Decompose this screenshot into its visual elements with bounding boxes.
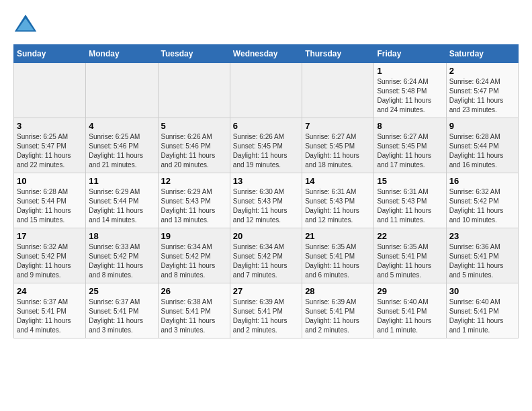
calendar-cell: 13Sunrise: 6:30 AM Sunset: 5:43 PM Dayli…	[230, 173, 302, 228]
day-number: 20	[233, 231, 299, 241]
day-number: 4	[89, 121, 154, 131]
day-number: 23	[449, 231, 515, 241]
day-info: Sunrise: 6:27 AM Sunset: 5:45 PM Dayligh…	[305, 132, 371, 170]
calendar-cell: 22Sunrise: 6:35 AM Sunset: 5:41 PM Dayli…	[374, 228, 446, 283]
calendar-cell: 7Sunrise: 6:27 AM Sunset: 5:45 PM Daylig…	[302, 118, 374, 173]
day-number: 21	[305, 231, 371, 241]
day-header-sunday: Sunday	[14, 45, 86, 63]
day-number: 17	[17, 231, 83, 241]
day-info: Sunrise: 6:34 AM Sunset: 5:42 PM Dayligh…	[161, 242, 227, 280]
day-number: 25	[89, 286, 154, 296]
day-number: 1	[377, 66, 443, 76]
day-info: Sunrise: 6:32 AM Sunset: 5:42 PM Dayligh…	[17, 242, 83, 280]
day-number: 9	[449, 121, 515, 131]
day-number: 26	[161, 286, 227, 296]
day-info: Sunrise: 6:30 AM Sunset: 5:43 PM Dayligh…	[233, 187, 299, 225]
calendar-cell: 17Sunrise: 6:32 AM Sunset: 5:42 PM Dayli…	[14, 228, 86, 283]
day-number: 6	[233, 121, 299, 131]
day-info: Sunrise: 6:32 AM Sunset: 5:42 PM Dayligh…	[449, 187, 515, 225]
day-info: Sunrise: 6:33 AM Sunset: 5:42 PM Dayligh…	[89, 242, 154, 280]
calendar-cell	[158, 63, 230, 118]
day-info: Sunrise: 6:35 AM Sunset: 5:41 PM Dayligh…	[377, 242, 443, 280]
day-info: Sunrise: 6:40 AM Sunset: 5:41 PM Dayligh…	[377, 298, 443, 335]
day-number: 24	[17, 286, 83, 296]
day-info: Sunrise: 6:38 AM Sunset: 5:41 PM Dayligh…	[161, 298, 227, 335]
calendar-cell	[302, 63, 374, 118]
calendar-cell	[14, 63, 86, 118]
day-number: 10	[17, 176, 83, 186]
day-info: Sunrise: 6:39 AM Sunset: 5:41 PM Dayligh…	[305, 298, 371, 335]
calendar-cell: 25Sunrise: 6:37 AM Sunset: 5:41 PM Dayli…	[86, 283, 158, 338]
day-info: Sunrise: 6:37 AM Sunset: 5:41 PM Dayligh…	[17, 298, 83, 335]
calendar-cell: 11Sunrise: 6:29 AM Sunset: 5:44 PM Dayli…	[86, 173, 158, 228]
calendar-cell: 16Sunrise: 6:32 AM Sunset: 5:42 PM Dayli…	[446, 173, 518, 228]
day-info: Sunrise: 6:29 AM Sunset: 5:43 PM Dayligh…	[161, 187, 227, 225]
day-info: Sunrise: 6:25 AM Sunset: 5:47 PM Dayligh…	[17, 132, 83, 170]
calendar-cell: 3Sunrise: 6:25 AM Sunset: 5:47 PM Daylig…	[14, 118, 86, 173]
logo-icon	[13, 13, 38, 38]
calendar-cell: 6Sunrise: 6:26 AM Sunset: 5:45 PM Daylig…	[230, 118, 302, 173]
calendar-body: 1Sunrise: 6:24 AM Sunset: 5:48 PM Daylig…	[14, 63, 519, 338]
day-number: 15	[377, 176, 443, 186]
day-number: 13	[233, 176, 299, 186]
day-number: 3	[17, 121, 83, 131]
day-info: Sunrise: 6:25 AM Sunset: 5:46 PM Dayligh…	[89, 132, 154, 170]
calendar-cell: 18Sunrise: 6:33 AM Sunset: 5:42 PM Dayli…	[86, 228, 158, 283]
day-number: 28	[305, 286, 371, 296]
calendar-cell: 20Sunrise: 6:34 AM Sunset: 5:42 PM Dayli…	[230, 228, 302, 283]
day-info: Sunrise: 6:40 AM Sunset: 5:41 PM Dayligh…	[449, 298, 515, 335]
calendar-cell: 4Sunrise: 6:25 AM Sunset: 5:46 PM Daylig…	[86, 118, 158, 173]
day-header-monday: Monday	[86, 45, 158, 63]
day-number: 19	[161, 231, 227, 241]
day-info: Sunrise: 6:27 AM Sunset: 5:45 PM Dayligh…	[377, 132, 443, 170]
day-info: Sunrise: 6:24 AM Sunset: 5:48 PM Dayligh…	[377, 77, 443, 115]
day-info: Sunrise: 6:34 AM Sunset: 5:42 PM Dayligh…	[233, 242, 299, 280]
day-number: 11	[89, 176, 154, 186]
page-header	[13, 13, 519, 38]
calendar-cell: 1Sunrise: 6:24 AM Sunset: 5:48 PM Daylig…	[374, 63, 446, 118]
calendar-week-4: 17Sunrise: 6:32 AM Sunset: 5:42 PM Dayli…	[14, 228, 519, 283]
day-info: Sunrise: 6:31 AM Sunset: 5:43 PM Dayligh…	[305, 187, 371, 225]
calendar-cell: 9Sunrise: 6:28 AM Sunset: 5:44 PM Daylig…	[446, 118, 518, 173]
day-number: 7	[305, 121, 371, 131]
calendar-cell: 28Sunrise: 6:39 AM Sunset: 5:41 PM Dayli…	[302, 283, 374, 338]
calendar-cell: 8Sunrise: 6:27 AM Sunset: 5:45 PM Daylig…	[374, 118, 446, 173]
day-number: 2	[449, 66, 515, 76]
day-number: 8	[377, 121, 443, 131]
calendar-header: SundayMondayTuesdayWednesdayThursdayFrid…	[14, 45, 519, 63]
day-info: Sunrise: 6:26 AM Sunset: 5:45 PM Dayligh…	[233, 132, 299, 170]
day-number: 29	[377, 286, 443, 296]
day-info: Sunrise: 6:24 AM Sunset: 5:47 PM Dayligh…	[449, 77, 515, 115]
calendar-week-5: 24Sunrise: 6:37 AM Sunset: 5:41 PM Dayli…	[14, 283, 519, 338]
day-number: 16	[449, 176, 515, 186]
day-info: Sunrise: 6:28 AM Sunset: 5:44 PM Dayligh…	[17, 187, 83, 225]
calendar-cell: 26Sunrise: 6:38 AM Sunset: 5:41 PM Dayli…	[158, 283, 230, 338]
calendar-cell	[230, 63, 302, 118]
calendar-cell: 19Sunrise: 6:34 AM Sunset: 5:42 PM Dayli…	[158, 228, 230, 283]
calendar-cell: 21Sunrise: 6:35 AM Sunset: 5:41 PM Dayli…	[302, 228, 374, 283]
day-header-thursday: Thursday	[302, 45, 374, 63]
day-info: Sunrise: 6:36 AM Sunset: 5:41 PM Dayligh…	[449, 242, 515, 280]
calendar-week-3: 10Sunrise: 6:28 AM Sunset: 5:44 PM Dayli…	[14, 173, 519, 228]
day-header-friday: Friday	[374, 45, 446, 63]
calendar-cell: 2Sunrise: 6:24 AM Sunset: 5:47 PM Daylig…	[446, 63, 518, 118]
day-info: Sunrise: 6:39 AM Sunset: 5:41 PM Dayligh…	[233, 298, 299, 335]
calendar-cell: 24Sunrise: 6:37 AM Sunset: 5:41 PM Dayli…	[14, 283, 86, 338]
calendar-week-1: 1Sunrise: 6:24 AM Sunset: 5:48 PM Daylig…	[14, 63, 519, 118]
days-row: SundayMondayTuesdayWednesdayThursdayFrid…	[14, 45, 519, 63]
day-info: Sunrise: 6:35 AM Sunset: 5:41 PM Dayligh…	[305, 242, 371, 280]
day-info: Sunrise: 6:31 AM Sunset: 5:43 PM Dayligh…	[377, 187, 443, 225]
day-info: Sunrise: 6:28 AM Sunset: 5:44 PM Dayligh…	[449, 132, 515, 170]
day-info: Sunrise: 6:37 AM Sunset: 5:41 PM Dayligh…	[89, 298, 154, 335]
calendar-cell: 27Sunrise: 6:39 AM Sunset: 5:41 PM Dayli…	[230, 283, 302, 338]
calendar-cell: 10Sunrise: 6:28 AM Sunset: 5:44 PM Dayli…	[14, 173, 86, 228]
day-info: Sunrise: 6:29 AM Sunset: 5:44 PM Dayligh…	[89, 187, 154, 225]
calendar-week-2: 3Sunrise: 6:25 AM Sunset: 5:47 PM Daylig…	[14, 118, 519, 173]
calendar-cell: 29Sunrise: 6:40 AM Sunset: 5:41 PM Dayli…	[374, 283, 446, 338]
day-header-saturday: Saturday	[446, 45, 518, 63]
day-header-wednesday: Wednesday	[230, 45, 302, 63]
day-number: 12	[161, 176, 227, 186]
calendar-cell: 15Sunrise: 6:31 AM Sunset: 5:43 PM Dayli…	[374, 173, 446, 228]
calendar-cell: 14Sunrise: 6:31 AM Sunset: 5:43 PM Dayli…	[302, 173, 374, 228]
calendar-table: SundayMondayTuesdayWednesdayThursdayFrid…	[13, 44, 519, 338]
